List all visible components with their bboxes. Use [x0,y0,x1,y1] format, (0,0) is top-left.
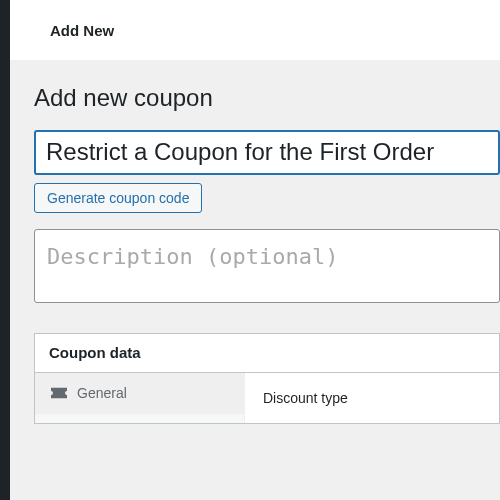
panel-tabs: General [35,373,245,423]
coupon-title-input[interactable] [34,130,500,175]
generate-coupon-code-button[interactable]: Generate coupon code [34,183,202,213]
content-area: Add new coupon Generate coupon code Coup… [10,60,500,500]
tab-general[interactable]: General [35,373,244,414]
topbar-title: Add New [50,22,114,39]
coupon-data-panel: Coupon data General Discount type [34,333,500,424]
panel-header: Coupon data [35,334,499,373]
topbar: Add New [10,0,500,60]
tab-label: General [77,385,127,401]
discount-type-label: Discount type [263,390,348,406]
coupon-description-input[interactable] [34,229,500,303]
ticket-icon [51,387,67,399]
panel-title: Coupon data [49,344,141,361]
panel-fields: Discount type [245,373,499,423]
page-title: Add new coupon [34,84,500,112]
panel-body: General Discount type [35,373,499,423]
